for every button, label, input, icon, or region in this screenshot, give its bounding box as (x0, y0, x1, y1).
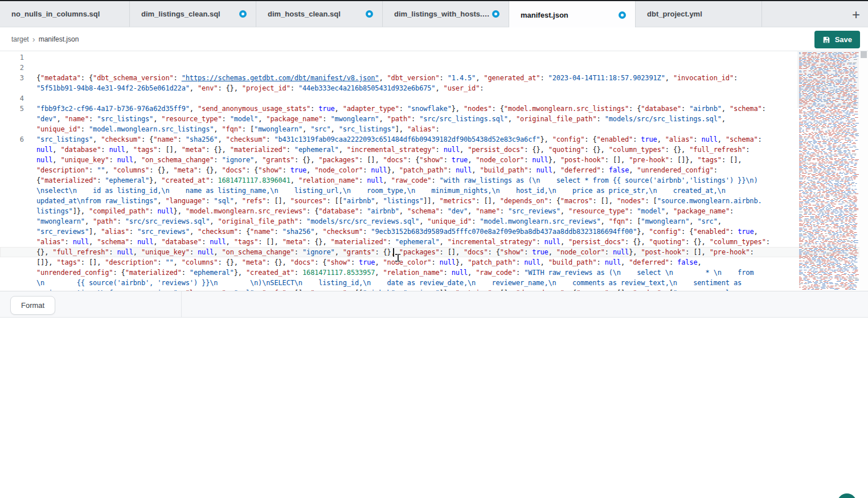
code-row[interactable]: \n {{ source('airbnb', 'reviews') }}\n \… (0, 278, 868, 288)
new-tab-button[interactable]: + (849, 8, 863, 23)
code-row[interactable]: \nselect\n id as listing_id,\n name as l… (0, 186, 868, 196)
tab-label: no_nulls_in_columns.sql (11, 10, 100, 18)
code-row[interactable]: null, "database": null, "tags": [], "met… (0, 145, 868, 155)
tab-dbt_project-yml[interactable]: dbt_project.yml (636, 1, 762, 27)
line-number (0, 257, 24, 267)
code-text[interactable]: {"materialized": "ephemeral"}, "created_… (24, 175, 758, 186)
line-number (0, 227, 24, 237)
unsaved-changes-dot-icon[interactable] (492, 10, 499, 18)
line-number (0, 83, 24, 93)
code-text[interactable]: "src_listings", "checksum": {"name": "sh… (24, 134, 762, 145)
code-text[interactable]: "unrendered_config": {"materialized": "e… (24, 267, 754, 278)
line-number (0, 206, 24, 216)
format-button[interactable]: Format (10, 296, 55, 315)
code-row[interactable]: 6"src_listings", "checksum": {"name": "s… (0, 134, 868, 145)
results-area (0, 318, 868, 498)
line-number (0, 175, 24, 186)
breadcrumb-folder[interactable]: target (11, 35, 29, 43)
code-row[interactable]: "description": "", "columns": {}, "meta"… (0, 165, 868, 175)
chevron-right-icon: › (32, 36, 35, 43)
line-number (0, 186, 24, 196)
save-button-label: Save (835, 35, 852, 44)
tab-bar-tabs: no_nulls_in_columns.sqldim_listings_clea… (0, 1, 762, 27)
code-text[interactable]: {}, "full_refresh": null, "unique_key": … (24, 247, 754, 257)
code-text[interactable]: "alias": null, "schema": null, "database… (24, 237, 770, 247)
line-number (0, 196, 24, 206)
code-text[interactable]: "fbb9f3c2-cf96-4a17-b736-976a62d35ff9", … (24, 104, 766, 114)
tab-manifest-json[interactable]: manifest.json (509, 1, 636, 29)
save-button[interactable]: Save (814, 31, 860, 48)
code-row[interactable]: "dev", "name": "src_listings", "resource… (0, 114, 868, 124)
code-text[interactable] (24, 63, 36, 73)
code-row[interactable]: "unrendered_config": {"materialized": "e… (0, 267, 868, 278)
code-row[interactable]: "unique_id": "model.mwonglearn.src_listi… (0, 124, 868, 134)
line-number (0, 124, 24, 134)
line-number (0, 216, 24, 227)
breadcrumb-file[interactable]: manifest.json (39, 35, 79, 43)
tab-bar: no_nulls_in_columns.sqldim_listings_clea… (0, 0, 868, 27)
code-text[interactable]: "mwonglearn", "path": "src/src_reviews.s… (24, 216, 722, 227)
line-number: 4 (0, 93, 24, 104)
tab-dim_listings_clean-sql[interactable]: dim_listings_clean.sql (130, 1, 256, 27)
line-number (0, 145, 24, 155)
code-text[interactable]: {"metadata": {"dbt_schema_version": "htt… (24, 73, 738, 83)
code-row[interactable]: []}, "tags": [], "description": "", "col… (0, 257, 868, 267)
pane-divider (181, 291, 182, 318)
tab-dim_hosts_clean-sql[interactable]: dim_hosts_clean.sql (256, 1, 383, 27)
code-row[interactable]: updated_at\nfrom raw_listings", "languag… (0, 196, 868, 206)
code-text[interactable]: null, "unique_key": null, "on_schema_cha… (24, 155, 742, 165)
line-number: 1 (0, 52, 24, 63)
code-row[interactable]: 3{"metadata": {"dbt_schema_version": "ht… (0, 73, 868, 83)
line-number (0, 114, 24, 124)
tab-label: dim_listings_with_hosts.sql (394, 10, 492, 18)
text-caret (393, 248, 394, 257)
code-text[interactable] (24, 93, 36, 104)
tab-label: dim_hosts_clean.sql (268, 10, 341, 18)
code-row[interactable]: {"materialized": "ephemeral"}, "created_… (0, 175, 868, 186)
line-number (0, 165, 24, 175)
tab-label: manifest.json (521, 11, 568, 19)
code-text[interactable]: "dev", "name": "src_listings", "resource… (24, 114, 726, 124)
code-text[interactable]: listings"]}, "compiled_path": null}, "mo… (24, 206, 734, 216)
code-row[interactable]: listings"]}, "compiled_path": null}, "mo… (0, 206, 868, 216)
breadcrumb-bar: target › manifest.json Save (0, 27, 868, 51)
code-text[interactable]: []}, "tags": [], "description": "", "col… (24, 257, 702, 267)
minimap[interactable] (797, 51, 859, 291)
line-number (0, 155, 24, 165)
code-text[interactable]: "5f51bb91-94b8-4e31-94f2-26b5e061d22a", … (24, 83, 484, 93)
code-row[interactable]: 2 (0, 63, 868, 73)
code-text[interactable]: "description": "", "columns": {}, "meta"… (24, 165, 718, 175)
unsaved-changes-dot-icon[interactable] (619, 11, 626, 19)
code-text[interactable]: "unique_id": "model.mwonglearn.src_listi… (24, 124, 440, 134)
code-row[interactable]: "5f51bb91-94b8-4e31-94f2-26b5e061d22a", … (0, 83, 868, 93)
format-bar: Format (0, 291, 868, 318)
code-text[interactable] (24, 52, 36, 63)
tab-dim_listings_with_hosts-sql[interactable]: dim_listings_with_hosts.sql (383, 1, 509, 27)
code-text[interactable]: "src_reviews"], "alias": "src_reviews", … (24, 227, 758, 237)
code-row[interactable]: "mwonglearn", "path": "src/src_reviews.s… (0, 216, 868, 227)
code-row[interactable]: 1 (0, 52, 868, 63)
code-text[interactable]: \n {{ source('airbnb', 'reviews') }}\n \… (24, 278, 742, 288)
code-row[interactable]: {}, "full_refresh": null, "unique_key": … (0, 247, 868, 257)
code-text[interactable]: null, "database": null, "tags": [], "met… (24, 145, 750, 155)
line-number (0, 237, 24, 247)
code-row[interactable]: 4 (0, 93, 868, 104)
unsaved-changes-dot-icon[interactable] (366, 10, 373, 18)
code-text[interactable]: updated_at\nfrom raw_listings", "languag… (24, 196, 762, 206)
breadcrumb: target › manifest.json (0, 35, 79, 43)
code-row[interactable]: "alias": null, "schema": null, "database… (0, 237, 868, 247)
code-row[interactable]: 5"fbb9f3c2-cf96-4a17-b736-976a62d35ff9",… (0, 104, 868, 114)
unsaved-changes-dot-icon[interactable] (239, 10, 247, 18)
code-row[interactable]: "src_reviews"], "alias": "src_reviews", … (0, 227, 868, 237)
tab-label: dim_listings_clean.sql (141, 10, 220, 18)
editor-scrollbar-thumb[interactable] (861, 51, 867, 58)
line-number: 5 (0, 104, 24, 114)
tab-no_nulls_in_columns-sql[interactable]: no_nulls_in_columns.sql (0, 1, 130, 27)
save-floppy-icon (822, 36, 830, 44)
line-number: 3 (0, 73, 24, 83)
code-text[interactable]: \nselect\n id as listing_id,\n name as l… (24, 186, 726, 196)
code-lines: 123{"metadata": {"dbt_schema_version": "… (0, 52, 868, 291)
code-editor[interactable]: 123{"metadata": {"dbt_schema_version": "… (0, 51, 868, 291)
code-row[interactable]: null, "unique_key": null, "on_schema_cha… (0, 155, 868, 165)
editor-scrollbar[interactable] (859, 51, 868, 291)
